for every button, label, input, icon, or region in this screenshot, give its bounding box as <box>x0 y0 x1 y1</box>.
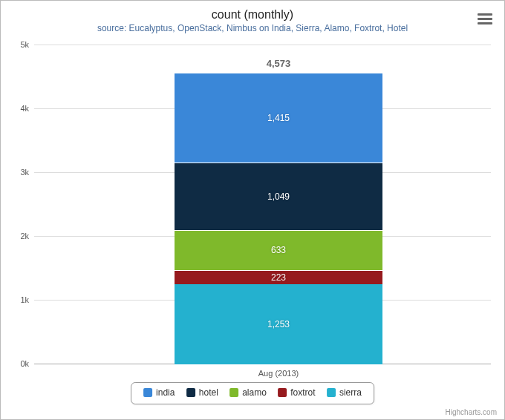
y-tick-label: 4k <box>1 104 29 113</box>
chart-container: count (monthly) source: Eucalyptus, Open… <box>0 0 505 420</box>
legend-swatch-icon <box>278 388 287 397</box>
segment-value-label: 1,253 <box>267 319 290 329</box>
legend-item-alamo[interactable]: alamo <box>229 387 267 398</box>
y-tick-label: 5k <box>1 40 29 49</box>
bar-segment-hotel[interactable]: 1,049 <box>175 163 382 229</box>
bar-segment-foxtrot[interactable]: 223 <box>175 270 382 284</box>
y-tick-label: 1k <box>1 295 29 304</box>
bar-stack: 4,573 1,415 1,049 633 223 1,253 Aug (201… <box>175 73 382 364</box>
legend-item-india[interactable]: india <box>143 387 175 398</box>
legend-swatch-icon <box>229 388 238 397</box>
x-category-label: Aug (2013) <box>175 369 382 378</box>
legend-label: sierra <box>339 387 362 398</box>
legend-label: alamo <box>242 387 267 398</box>
segment-value-label: 1,415 <box>267 113 290 123</box>
bar-segment-alamo[interactable]: 633 <box>175 230 382 270</box>
legend: india hotel alamo foxtrot sierra <box>131 382 374 404</box>
legend-item-foxtrot[interactable]: foxtrot <box>278 387 315 398</box>
legend-swatch-icon <box>327 388 336 397</box>
chart-menu-button[interactable] <box>476 11 494 27</box>
chart-title: count (monthly) <box>1 1 504 22</box>
credits-link[interactable]: Highcharts.com <box>446 408 497 416</box>
segment-value-label: 633 <box>271 245 286 255</box>
legend-label: hotel <box>199 387 218 398</box>
stack-total-label: 4,573 <box>175 58 382 69</box>
bar-segment-india[interactable]: 1,415 <box>175 73 382 163</box>
legend-swatch-icon <box>143 388 152 397</box>
y-tick-label: 2k <box>1 232 29 240</box>
y-tick-label: 0k <box>1 359 29 368</box>
plot-area: 4,573 1,415 1,049 633 223 1,253 Aug (201… <box>34 45 491 364</box>
legend-item-sierra[interactable]: sierra <box>327 387 362 398</box>
legend-label: india <box>156 387 175 398</box>
chart-subtitle: source: Eucalyptus, OpenStack, Nimbus on… <box>1 22 504 33</box>
y-tick-label: 3k <box>1 168 29 177</box>
segment-value-label: 1,049 <box>267 191 290 202</box>
legend-swatch-icon <box>186 388 195 397</box>
legend-item-hotel[interactable]: hotel <box>186 387 218 398</box>
bar-segment-sierra[interactable]: 1,253 <box>175 284 382 364</box>
gridline <box>34 45 491 45</box>
segment-value-label: 223 <box>271 272 286 283</box>
legend-label: foxtrot <box>290 387 315 398</box>
